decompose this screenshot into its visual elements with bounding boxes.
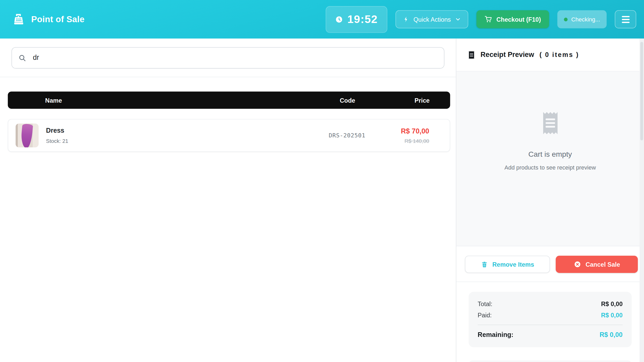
clock-display: 19:52 (326, 6, 387, 33)
cart-icon (485, 16, 492, 23)
current-time: 19:52 (347, 13, 378, 26)
scrollbar-thumb[interactable] (640, 42, 643, 140)
chevron-down-icon (455, 16, 461, 22)
app-title: Point of Sale (31, 14, 84, 24)
clock-icon (335, 15, 343, 23)
product-search-area: Name Code Price Dress Stock: 21 DRS-2025… (0, 39, 456, 362)
receipt-items-count: ( 0 items ) (539, 51, 579, 59)
column-header-code: Code (323, 97, 372, 104)
remaining-label: Remaining: (478, 331, 514, 338)
status-label: Checking... (571, 16, 600, 22)
product-price: R$ 70,00 (372, 127, 429, 135)
products-table-header: Name Code Price (8, 91, 450, 109)
receipt-panel-title: Receipt Preview (481, 51, 534, 59)
checkout-button[interactable]: Checkout (F10) (476, 10, 549, 28)
receipt-icon (468, 50, 475, 60)
total-value: R$ 0,00 (601, 300, 623, 307)
column-header-name: Name (8, 97, 323, 104)
paid-row: Paid: R$ 0,00 (478, 310, 623, 320)
menu-button[interactable] (615, 10, 636, 28)
cart-empty-state: Cart is empty Add products to see receip… (456, 71, 644, 246)
product-thumbnail (16, 124, 39, 147)
paid-label: Paid: (478, 312, 492, 319)
receipt-actions: Remove Items Cancel Sale (456, 246, 644, 282)
x-circle-icon (574, 261, 581, 268)
cancel-sale-button[interactable]: Cancel Sale (556, 256, 638, 273)
total-label: Total: (478, 300, 492, 307)
product-name: Dress (46, 127, 68, 134)
top-header: Point of Sale 19:52 Quick Actions (0, 0, 644, 39)
totals-card: Total: R$ 0,00 Paid: R$ 0,00 Remaining: … (469, 292, 632, 347)
product-stock: Stock: 21 (46, 138, 68, 144)
app-brand: Point of Sale (13, 13, 85, 26)
cash-register-icon (13, 13, 26, 26)
hamburger-icon (622, 16, 629, 17)
totals-divider (478, 325, 623, 325)
cart-empty-subtitle: Add products to see receipt preview (504, 164, 596, 171)
quick-actions-label: Quick Actions (413, 16, 451, 23)
scrollbar-track[interactable] (640, 39, 644, 362)
product-price-cell: R$ 70,00 R$ 140,00 (372, 127, 450, 144)
search-icon (19, 54, 26, 62)
cart-empty-title: Cart is empty (528, 150, 572, 159)
product-row-dress[interactable]: Dress Stock: 21 DRS-202501 R$ 70,00 R$ 1… (8, 119, 450, 152)
cancel-sale-label: Cancel Sale (585, 261, 620, 268)
receipt-panel-header: Receipt Preview ( 0 items ) (456, 39, 644, 72)
product-name-cell: Dress Stock: 21 (8, 124, 322, 147)
remaining-value: R$ 0,00 (600, 331, 623, 338)
column-header-price: Price (372, 97, 450, 104)
pos-app: Point of Sale 19:52 Quick Actions (0, 0, 644, 362)
search-card (0, 39, 456, 77)
remove-items-label: Remove Items (492, 261, 534, 268)
product-code: DRS-202501 (323, 132, 372, 139)
quick-actions-button[interactable]: Quick Actions (395, 10, 468, 28)
receipt-large-icon (540, 111, 561, 135)
paid-value: R$ 0,00 (601, 312, 623, 319)
remove-items-button[interactable]: Remove Items (465, 256, 550, 273)
total-row: Total: R$ 0,00 (478, 298, 623, 309)
receipt-panel: Receipt Preview ( 0 items ) Cart is empt… (456, 39, 644, 362)
payment-hint-note: Use payment buttons in header or press F… (469, 360, 632, 362)
status-dot-icon (564, 17, 567, 21)
trash-icon (481, 261, 488, 268)
pos-app-window: { "header": { "app_title": "Point of Sal… (0, 0, 644, 362)
checkout-label: Checkout (F10) (496, 16, 541, 23)
search-box (12, 47, 444, 69)
product-search-input[interactable] (32, 53, 438, 62)
product-old-price: R$ 140,00 (372, 138, 429, 144)
connection-status-badge: Checking... (557, 10, 607, 28)
products-table: Name Code Price Dress Stock: 21 DRS-2025… (0, 77, 456, 152)
content-area: Name Code Price Dress Stock: 21 DRS-2025… (0, 39, 644, 362)
remaining-row: Remaining: R$ 0,00 (478, 329, 623, 341)
totals-section: Total: R$ 0,00 Paid: R$ 0,00 Remaining: … (456, 282, 644, 362)
lightning-icon (403, 16, 409, 22)
